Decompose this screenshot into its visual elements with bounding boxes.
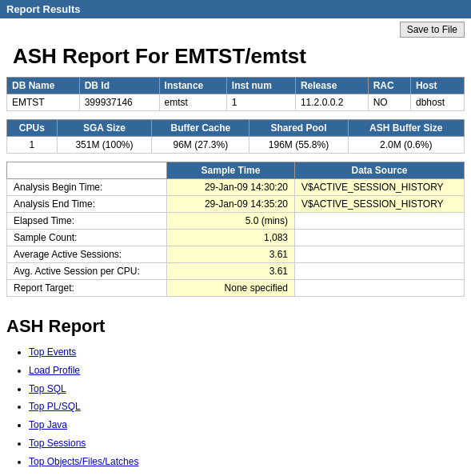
- list-item: Load Profile: [29, 362, 465, 380]
- table-row: 399937146: [79, 94, 159, 111]
- col-shared-pool: Shared Pool: [249, 120, 348, 137]
- list-item: Top Java: [29, 416, 465, 434]
- report-links-list: Top EventsLoad ProfileTop SQLTop PL/SQLT…: [6, 343, 465, 476]
- col-data-source: Data Source: [295, 162, 465, 179]
- report-link[interactable]: Top Java: [29, 419, 67, 430]
- table-row: 11.2.0.0.2: [295, 94, 368, 111]
- header-bar: Report Results: [0, 0, 471, 18]
- table-row: 1: [226, 94, 295, 111]
- analysis-value: 5.0 (mins): [167, 213, 295, 230]
- analysis-source: V$ACTIVE_SESSION_HISTORY: [295, 196, 465, 213]
- analysis-label: Report Target:: [7, 280, 167, 297]
- list-item: Top Objects/Files/Latches: [29, 453, 465, 471]
- analysis-source: [295, 246, 465, 263]
- table-row: EMTST: [7, 94, 80, 111]
- analysis-label: Elapsed Time:: [7, 213, 167, 230]
- analysis-value: 3.61: [167, 263, 295, 280]
- report-link[interactable]: Top PL/SQL: [29, 401, 81, 412]
- analysis-source: [295, 213, 465, 230]
- table-row: dbhost: [410, 94, 464, 111]
- col-cpus: CPUs: [7, 120, 58, 137]
- table-row: 2.0M (0.6%): [348, 137, 464, 154]
- ash-report-title: ASH Report: [6, 310, 465, 343]
- analysis-value: None specified: [167, 280, 295, 297]
- report-link[interactable]: Top SQL: [29, 383, 66, 394]
- top-bar: Save to File: [0, 18, 471, 41]
- report-link[interactable]: Load Profile: [29, 365, 80, 376]
- table-row: 196M (55.8%): [249, 137, 348, 154]
- col-db-id: DB Id: [79, 78, 159, 94]
- analysis-label: Average Active Sessions:: [7, 246, 167, 263]
- list-item: Top PL/SQL: [29, 398, 465, 416]
- ash-report-section: ASH Report Top EventsLoad ProfileTop SQL…: [0, 310, 471, 476]
- analysis-source: [295, 230, 465, 246]
- main-title: ASH Report For EMTST/emtst: [0, 41, 471, 77]
- table-row: 351M (100%): [57, 137, 152, 154]
- analysis-label: Analysis End Time:: [7, 196, 167, 213]
- db-info-table: DB Name DB Id Instance Inst num Release …: [6, 77, 465, 111]
- col-sga-size: SGA Size: [57, 120, 152, 137]
- analysis-label: Sample Count:: [7, 230, 167, 246]
- analysis-value: 1,083: [167, 230, 295, 246]
- list-item: Top Events: [29, 343, 465, 362]
- table-row: 1: [7, 137, 58, 154]
- col-db-name: DB Name: [7, 78, 80, 94]
- table-row: NO: [368, 94, 410, 111]
- list-item: Top Sessions: [29, 434, 465, 453]
- save-to-file-button[interactable]: Save to File: [400, 22, 465, 38]
- analysis-source: [295, 280, 465, 297]
- col-buffer-cache: Buffer Cache: [152, 120, 249, 137]
- report-link[interactable]: Top Events: [29, 346, 76, 358]
- list-item: Activity Over Time: [29, 471, 465, 476]
- col-sample-time: Sample Time: [167, 162, 295, 179]
- analysis-value: 3.61: [167, 246, 295, 263]
- list-item: Top SQL: [29, 380, 465, 398]
- report-link[interactable]: Top Sessions: [29, 438, 86, 449]
- col-empty: [7, 162, 167, 179]
- col-ash-buffer-size: ASH Buffer Size: [348, 120, 464, 137]
- analysis-label: Avg. Active Session per CPU:: [7, 263, 167, 280]
- analysis-source: [295, 263, 465, 280]
- table-row: 96M (27.3%): [152, 137, 249, 154]
- sga-table: CPUs SGA Size Buffer Cache Shared Pool A…: [6, 119, 465, 154]
- col-rac: RAC: [368, 78, 410, 94]
- analysis-label: Analysis Begin Time:: [7, 179, 167, 196]
- col-inst-num: Inst num: [226, 78, 295, 94]
- table-row: emtst: [159, 94, 226, 111]
- analysis-source: V$ACTIVE_SESSION_HISTORY: [295, 179, 465, 196]
- analysis-value: 29-Jan-09 14:35:20: [167, 196, 295, 213]
- analysis-value: 29-Jan-09 14:30:20: [167, 179, 295, 196]
- report-link[interactable]: Top Objects/Files/Latches: [29, 456, 138, 467]
- col-host: Host: [410, 78, 464, 94]
- col-instance: Instance: [159, 78, 226, 94]
- col-release: Release: [295, 78, 368, 94]
- analysis-table: Sample Time Data Source Analysis Begin T…: [6, 162, 465, 297]
